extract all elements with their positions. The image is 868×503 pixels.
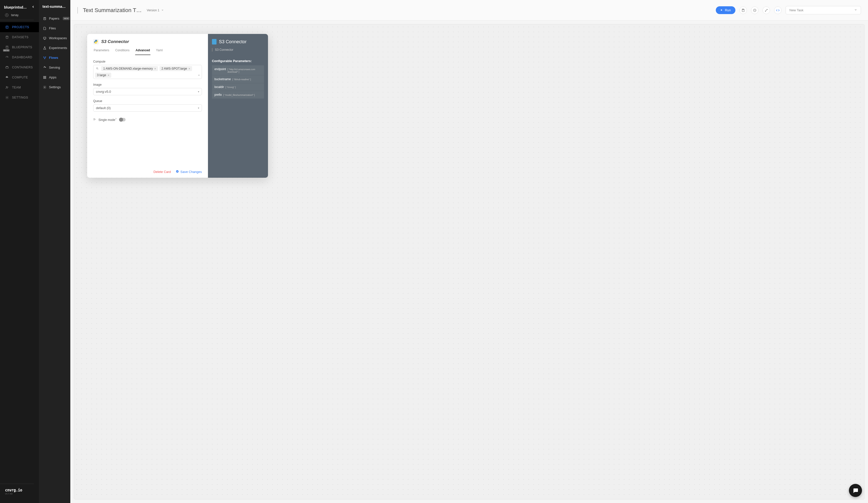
code-icon-button[interactable] xyxy=(774,7,782,14)
card-title: S3 Connector xyxy=(101,39,129,44)
run-button[interactable]: Run xyxy=(716,6,735,14)
close-icon[interactable]: × xyxy=(154,67,156,70)
nav2-label: Experiments xyxy=(49,46,67,50)
nav-projects[interactable]: PROJECTS xyxy=(0,22,39,32)
compute-chip[interactable]: 3 large× xyxy=(95,73,111,78)
card-editor-left: S3 Connector Parameters Conditions Advan… xyxy=(87,34,208,178)
check-icon xyxy=(176,170,179,174)
svg-point-12 xyxy=(44,58,45,59)
projects-icon xyxy=(5,25,9,29)
topbar: Text Summarization T… Version 1 Run New … xyxy=(70,0,868,21)
tab-parameters[interactable]: Parameters xyxy=(93,47,110,55)
brand-version: v4.7.43 xyxy=(5,492,29,495)
nav2-label: Apps xyxy=(49,76,56,79)
svg-rect-14 xyxy=(45,76,46,77)
containers-icon xyxy=(5,66,9,69)
chevron-left-icon[interactable] xyxy=(31,5,35,9)
sidebar-secondary: text-summar… Papers NEW Files Workspaces… xyxy=(39,0,70,503)
beta-badge: BETA xyxy=(3,49,10,51)
nav2-flows[interactable]: Flows xyxy=(39,53,70,63)
nav2-papers[interactable]: Papers NEW xyxy=(39,13,70,23)
nav-label: DATASETS xyxy=(12,36,29,39)
org-name: blueprintsd… xyxy=(4,5,27,9)
nav2-label: Settings xyxy=(49,85,61,89)
nav-datasets[interactable]: DATASETS xyxy=(0,32,39,42)
param-row[interactable]: endpoint[ "http://s3.amazonaws.com downl… xyxy=(212,66,264,76)
save-icon-button[interactable] xyxy=(740,7,747,14)
chevron-down-icon[interactable] xyxy=(198,73,200,78)
compute-chip[interactable]: 2 AWS-SPOT.large× xyxy=(159,66,192,71)
flow-canvas[interactable]: S3 Connector Parameters Conditions Advan… xyxy=(74,24,865,500)
queue-select[interactable]: default (0) ▾ xyxy=(93,104,202,112)
nav-team[interactable]: TEAM xyxy=(0,82,39,92)
param-list: endpoint[ "http://s3.amazonaws.com downl… xyxy=(212,66,264,99)
card-editor-right: S3 Connector S3 Connector Configurable P… xyxy=(208,34,268,178)
version-select[interactable]: Version 1 xyxy=(147,9,164,12)
image-value: cnvrg:v5.0 xyxy=(96,90,111,93)
nav-label: SETTINGS xyxy=(12,96,28,99)
nav2-experiments[interactable]: Experiments xyxy=(39,43,70,53)
nav-label: PROJECTS xyxy=(12,26,29,29)
delete-card-link[interactable]: Delete Card xyxy=(154,170,171,174)
nav2-settings[interactable]: Settings xyxy=(39,82,70,92)
history-icon-button[interactable] xyxy=(751,7,758,14)
nav-label: DASHBOARD xyxy=(12,56,32,59)
svg-rect-15 xyxy=(43,78,44,79)
project-title[interactable]: text-summar… xyxy=(39,4,70,13)
nav-containers[interactable]: CONTAINERS xyxy=(0,62,39,72)
serving-icon xyxy=(43,66,46,69)
tab-advanced[interactable]: Advanced xyxy=(135,47,151,55)
wand-icon-button[interactable] xyxy=(763,7,770,14)
image-select[interactable]: cnvrg:v5.0 ▾ xyxy=(93,88,202,95)
chat-launcher[interactable] xyxy=(849,484,862,497)
nav2-apps[interactable]: Apps xyxy=(39,72,70,82)
queue-value: default (0) xyxy=(96,106,111,110)
flask-icon xyxy=(43,46,46,50)
chevron-down-icon xyxy=(854,8,857,12)
tab-conditions[interactable]: Conditions xyxy=(115,47,130,55)
org-row[interactable]: blueprintsd… xyxy=(0,3,39,11)
nav2-serving[interactable]: Serving xyxy=(39,63,70,72)
help-icon[interactable]: ? xyxy=(115,118,116,120)
user-name: tanay. xyxy=(11,13,19,17)
nav-settings[interactable]: SETTINGS xyxy=(0,92,39,102)
queue-label: Queue xyxy=(93,99,202,103)
chevron-down-icon xyxy=(161,9,164,12)
python-icon xyxy=(93,39,99,44)
nav-compute[interactable]: COMPUTE xyxy=(0,72,39,82)
nav2-workspaces[interactable]: Workspaces xyxy=(39,33,70,43)
compute-chip[interactable]: 1 AWS-ON-DEMAND.xlarge-memory× xyxy=(101,66,158,71)
nav-blueprints[interactable]: BLUEPRINTS BETA xyxy=(0,42,39,52)
nav2-label: Workspaces xyxy=(49,36,67,40)
compute-icon xyxy=(5,76,9,79)
compute-select[interactable]: 1 AWS-ON-DEMAND.xlarge-memory× 2 AWS-SPO… xyxy=(93,65,202,79)
version-label: Version 1 xyxy=(147,9,159,12)
gear-icon xyxy=(43,85,46,89)
save-changes-link[interactable]: Save Changes xyxy=(176,170,202,174)
queue-group: Queue default (0) ▾ xyxy=(93,99,202,112)
right-title: S3 Connector xyxy=(219,39,247,44)
chevron-down-icon: ▾ xyxy=(198,90,199,93)
single-mode-toggle[interactable] xyxy=(119,118,126,121)
user-row[interactable]: tanay. xyxy=(0,11,34,20)
param-row[interactable]: bucketname[ "libhub-readme" ] xyxy=(212,76,264,83)
gear-icon xyxy=(5,95,9,100)
param-row[interactable]: localdir[ "/cnvrg" ] xyxy=(212,83,264,91)
play-icon xyxy=(720,8,723,12)
image-group: Image cnvrg:v5.0 ▾ xyxy=(93,83,202,95)
card-tabs: Parameters Conditions Advanced Yaml xyxy=(93,47,202,55)
nav-dashboard[interactable]: DASHBOARD xyxy=(0,52,39,62)
svg-point-6 xyxy=(8,87,8,88)
card-footer: Delete Card Save Changes xyxy=(93,170,202,174)
close-icon[interactable]: × xyxy=(108,74,109,77)
close-icon[interactable]: × xyxy=(189,67,190,70)
param-row[interactable]: prefix[ "model_files/summarization/" ] xyxy=(212,91,264,99)
newtask-select[interactable]: New Task xyxy=(786,6,861,14)
nav-label: CONTAINERS xyxy=(12,66,33,69)
svg-point-0 xyxy=(6,14,7,15)
tab-yaml[interactable]: Yaml xyxy=(155,47,163,55)
workspaces-icon xyxy=(43,37,46,40)
blueprints-icon xyxy=(5,45,9,49)
title-block: Text Summarization T… Version 1 xyxy=(78,7,164,13)
nav2-files[interactable]: Files xyxy=(39,23,70,33)
